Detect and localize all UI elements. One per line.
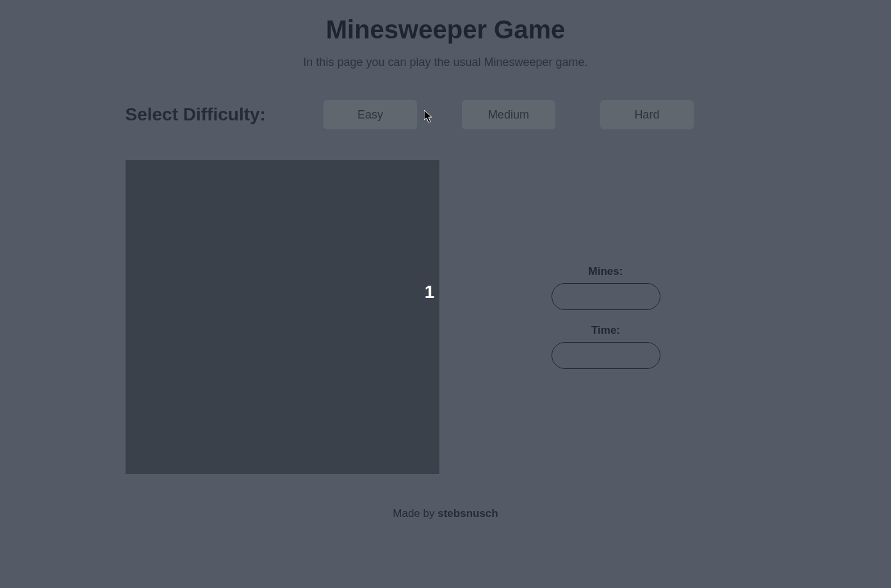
stats-panel: Mines: Time:	[548, 265, 664, 369]
time-stat: Time:	[548, 324, 664, 369]
difficulty-buttons: Easy Medium Hard	[323, 100, 694, 129]
time-value-pill	[552, 342, 660, 369]
time-label: Time:	[591, 324, 620, 337]
difficulty-medium-button[interactable]: Medium	[462, 100, 555, 129]
mines-label: Mines:	[589, 265, 623, 278]
mines-value-pill	[552, 283, 660, 310]
difficulty-row: Select Difficulty: Easy Medium Hard	[126, 100, 766, 129]
difficulty-hard-button[interactable]: Hard	[600, 100, 694, 129]
page-subtitle: In this page you can play the usual Mine…	[126, 56, 766, 69]
difficulty-easy-button[interactable]: Easy	[323, 100, 417, 129]
footer-prefix: Made by	[393, 507, 437, 519]
footer-author: stebsnusch	[437, 507, 498, 519]
game-board[interactable]: 1	[126, 160, 439, 474]
mines-stat: Mines:	[548, 265, 664, 310]
footer: Made by stebsnusch	[126, 507, 766, 520]
game-row: 1 Mines: Time:	[126, 160, 766, 474]
board-cell-number: 1	[420, 282, 439, 302]
difficulty-label: Select Difficulty:	[126, 104, 266, 125]
page-title: Minesweeper Game	[126, 15, 766, 44]
